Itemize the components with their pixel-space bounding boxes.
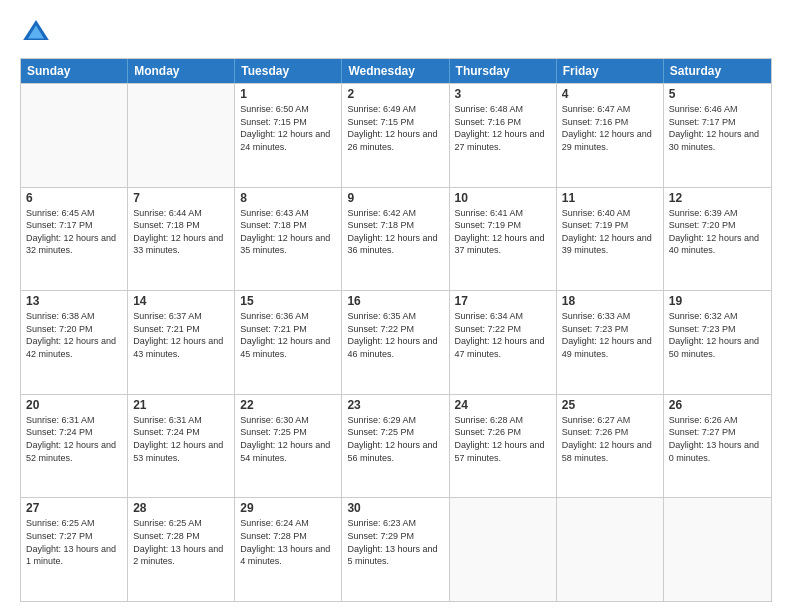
day-number: 12 bbox=[669, 191, 766, 205]
cal-cell-r3c3: 23Sunrise: 6:29 AMSunset: 7:25 PMDayligh… bbox=[342, 395, 449, 498]
cal-cell-r4c4 bbox=[450, 498, 557, 601]
day-number: 29 bbox=[240, 501, 336, 515]
cal-cell-r1c4: 10Sunrise: 6:41 AMSunset: 7:19 PMDayligh… bbox=[450, 188, 557, 291]
day-info: Sunrise: 6:26 AMSunset: 7:27 PMDaylight:… bbox=[669, 414, 766, 464]
day-info: Sunrise: 6:39 AMSunset: 7:20 PMDaylight:… bbox=[669, 207, 766, 257]
day-number: 18 bbox=[562, 294, 658, 308]
day-info: Sunrise: 6:31 AMSunset: 7:24 PMDaylight:… bbox=[133, 414, 229, 464]
day-info: Sunrise: 6:23 AMSunset: 7:29 PMDaylight:… bbox=[347, 517, 443, 567]
logo-icon bbox=[20, 16, 52, 48]
day-info: Sunrise: 6:25 AMSunset: 7:28 PMDaylight:… bbox=[133, 517, 229, 567]
cal-row-0: 1Sunrise: 6:50 AMSunset: 7:15 PMDaylight… bbox=[21, 83, 771, 187]
cal-cell-r2c4: 17Sunrise: 6:34 AMSunset: 7:22 PMDayligh… bbox=[450, 291, 557, 394]
cal-cell-r3c6: 26Sunrise: 6:26 AMSunset: 7:27 PMDayligh… bbox=[664, 395, 771, 498]
day-info: Sunrise: 6:50 AMSunset: 7:15 PMDaylight:… bbox=[240, 103, 336, 153]
cal-cell-r0c1 bbox=[128, 84, 235, 187]
day-info: Sunrise: 6:49 AMSunset: 7:15 PMDaylight:… bbox=[347, 103, 443, 153]
day-info: Sunrise: 6:24 AMSunset: 7:28 PMDaylight:… bbox=[240, 517, 336, 567]
cal-header-saturday: Saturday bbox=[664, 59, 771, 83]
cal-cell-r0c6: 5Sunrise: 6:46 AMSunset: 7:17 PMDaylight… bbox=[664, 84, 771, 187]
cal-cell-r2c1: 14Sunrise: 6:37 AMSunset: 7:21 PMDayligh… bbox=[128, 291, 235, 394]
day-info: Sunrise: 6:28 AMSunset: 7:26 PMDaylight:… bbox=[455, 414, 551, 464]
logo bbox=[20, 16, 56, 48]
cal-cell-r4c2: 29Sunrise: 6:24 AMSunset: 7:28 PMDayligh… bbox=[235, 498, 342, 601]
day-number: 7 bbox=[133, 191, 229, 205]
calendar: SundayMondayTuesdayWednesdayThursdayFrid… bbox=[20, 58, 772, 602]
day-info: Sunrise: 6:35 AMSunset: 7:22 PMDaylight:… bbox=[347, 310, 443, 360]
day-info: Sunrise: 6:30 AMSunset: 7:25 PMDaylight:… bbox=[240, 414, 336, 464]
day-number: 5 bbox=[669, 87, 766, 101]
day-number: 26 bbox=[669, 398, 766, 412]
day-number: 17 bbox=[455, 294, 551, 308]
day-number: 24 bbox=[455, 398, 551, 412]
cal-header-monday: Monday bbox=[128, 59, 235, 83]
cal-cell-r3c0: 20Sunrise: 6:31 AMSunset: 7:24 PMDayligh… bbox=[21, 395, 128, 498]
cal-cell-r2c2: 15Sunrise: 6:36 AMSunset: 7:21 PMDayligh… bbox=[235, 291, 342, 394]
calendar-header-row: SundayMondayTuesdayWednesdayThursdayFrid… bbox=[21, 59, 771, 83]
cal-cell-r2c6: 19Sunrise: 6:32 AMSunset: 7:23 PMDayligh… bbox=[664, 291, 771, 394]
cal-cell-r4c1: 28Sunrise: 6:25 AMSunset: 7:28 PMDayligh… bbox=[128, 498, 235, 601]
day-info: Sunrise: 6:45 AMSunset: 7:17 PMDaylight:… bbox=[26, 207, 122, 257]
day-number: 10 bbox=[455, 191, 551, 205]
day-number: 21 bbox=[133, 398, 229, 412]
day-number: 4 bbox=[562, 87, 658, 101]
day-info: Sunrise: 6:38 AMSunset: 7:20 PMDaylight:… bbox=[26, 310, 122, 360]
cal-cell-r4c5 bbox=[557, 498, 664, 601]
day-info: Sunrise: 6:44 AMSunset: 7:18 PMDaylight:… bbox=[133, 207, 229, 257]
day-info: Sunrise: 6:43 AMSunset: 7:18 PMDaylight:… bbox=[240, 207, 336, 257]
day-info: Sunrise: 6:25 AMSunset: 7:27 PMDaylight:… bbox=[26, 517, 122, 567]
cal-cell-r3c4: 24Sunrise: 6:28 AMSunset: 7:26 PMDayligh… bbox=[450, 395, 557, 498]
day-number: 19 bbox=[669, 294, 766, 308]
day-number: 30 bbox=[347, 501, 443, 515]
day-number: 6 bbox=[26, 191, 122, 205]
cal-row-3: 20Sunrise: 6:31 AMSunset: 7:24 PMDayligh… bbox=[21, 394, 771, 498]
cal-header-wednesday: Wednesday bbox=[342, 59, 449, 83]
day-info: Sunrise: 6:33 AMSunset: 7:23 PMDaylight:… bbox=[562, 310, 658, 360]
day-number: 15 bbox=[240, 294, 336, 308]
cal-cell-r3c5: 25Sunrise: 6:27 AMSunset: 7:26 PMDayligh… bbox=[557, 395, 664, 498]
day-number: 1 bbox=[240, 87, 336, 101]
day-number: 11 bbox=[562, 191, 658, 205]
page: SundayMondayTuesdayWednesdayThursdayFrid… bbox=[0, 0, 792, 612]
cal-row-2: 13Sunrise: 6:38 AMSunset: 7:20 PMDayligh… bbox=[21, 290, 771, 394]
day-number: 8 bbox=[240, 191, 336, 205]
day-number: 27 bbox=[26, 501, 122, 515]
cal-cell-r3c2: 22Sunrise: 6:30 AMSunset: 7:25 PMDayligh… bbox=[235, 395, 342, 498]
day-info: Sunrise: 6:37 AMSunset: 7:21 PMDaylight:… bbox=[133, 310, 229, 360]
cal-cell-r4c3: 30Sunrise: 6:23 AMSunset: 7:29 PMDayligh… bbox=[342, 498, 449, 601]
day-info: Sunrise: 6:47 AMSunset: 7:16 PMDaylight:… bbox=[562, 103, 658, 153]
cal-header-friday: Friday bbox=[557, 59, 664, 83]
header bbox=[20, 16, 772, 48]
cal-cell-r0c2: 1Sunrise: 6:50 AMSunset: 7:15 PMDaylight… bbox=[235, 84, 342, 187]
day-number: 20 bbox=[26, 398, 122, 412]
day-number: 14 bbox=[133, 294, 229, 308]
cal-cell-r0c3: 2Sunrise: 6:49 AMSunset: 7:15 PMDaylight… bbox=[342, 84, 449, 187]
cal-cell-r1c2: 8Sunrise: 6:43 AMSunset: 7:18 PMDaylight… bbox=[235, 188, 342, 291]
cal-cell-r0c5: 4Sunrise: 6:47 AMSunset: 7:16 PMDaylight… bbox=[557, 84, 664, 187]
cal-cell-r1c3: 9Sunrise: 6:42 AMSunset: 7:18 PMDaylight… bbox=[342, 188, 449, 291]
day-number: 22 bbox=[240, 398, 336, 412]
cal-row-4: 27Sunrise: 6:25 AMSunset: 7:27 PMDayligh… bbox=[21, 497, 771, 601]
cal-cell-r4c6 bbox=[664, 498, 771, 601]
cal-header-thursday: Thursday bbox=[450, 59, 557, 83]
day-info: Sunrise: 6:27 AMSunset: 7:26 PMDaylight:… bbox=[562, 414, 658, 464]
day-number: 23 bbox=[347, 398, 443, 412]
day-info: Sunrise: 6:48 AMSunset: 7:16 PMDaylight:… bbox=[455, 103, 551, 153]
day-info: Sunrise: 6:41 AMSunset: 7:19 PMDaylight:… bbox=[455, 207, 551, 257]
day-info: Sunrise: 6:29 AMSunset: 7:25 PMDaylight:… bbox=[347, 414, 443, 464]
cal-cell-r1c5: 11Sunrise: 6:40 AMSunset: 7:19 PMDayligh… bbox=[557, 188, 664, 291]
cal-header-sunday: Sunday bbox=[21, 59, 128, 83]
cal-cell-r1c6: 12Sunrise: 6:39 AMSunset: 7:20 PMDayligh… bbox=[664, 188, 771, 291]
cal-cell-r2c3: 16Sunrise: 6:35 AMSunset: 7:22 PMDayligh… bbox=[342, 291, 449, 394]
day-info: Sunrise: 6:32 AMSunset: 7:23 PMDaylight:… bbox=[669, 310, 766, 360]
cal-cell-r3c1: 21Sunrise: 6:31 AMSunset: 7:24 PMDayligh… bbox=[128, 395, 235, 498]
cal-cell-r2c5: 18Sunrise: 6:33 AMSunset: 7:23 PMDayligh… bbox=[557, 291, 664, 394]
day-info: Sunrise: 6:42 AMSunset: 7:18 PMDaylight:… bbox=[347, 207, 443, 257]
day-number: 25 bbox=[562, 398, 658, 412]
cal-cell-r0c4: 3Sunrise: 6:48 AMSunset: 7:16 PMDaylight… bbox=[450, 84, 557, 187]
day-info: Sunrise: 6:36 AMSunset: 7:21 PMDaylight:… bbox=[240, 310, 336, 360]
day-info: Sunrise: 6:31 AMSunset: 7:24 PMDaylight:… bbox=[26, 414, 122, 464]
day-number: 2 bbox=[347, 87, 443, 101]
day-number: 9 bbox=[347, 191, 443, 205]
calendar-body: 1Sunrise: 6:50 AMSunset: 7:15 PMDaylight… bbox=[21, 83, 771, 601]
